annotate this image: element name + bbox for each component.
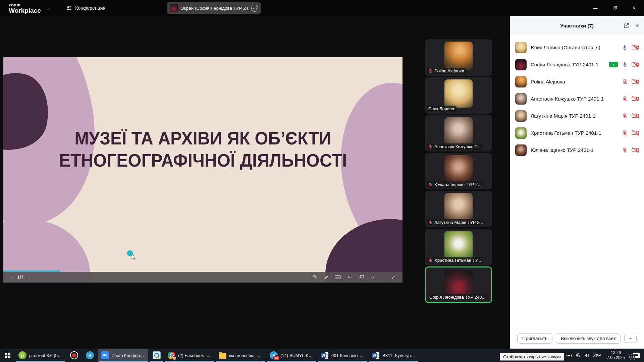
tab-conference[interactable]: Конференция — [66, 5, 105, 11]
zoom-workplace-logo: zoom Workplace — [9, 3, 41, 14]
captions-icon[interactable] — [335, 275, 341, 280]
participant-name: Юліана Іщенко ТУР 2401-1 — [531, 147, 622, 153]
people-icon — [66, 5, 72, 11]
participants-panel-footer: Пригласить Выключить звук для всех ⋯ — [510, 328, 644, 349]
more-options-icon[interactable] — [371, 275, 376, 280]
collapse-toolbar-icon[interactable] — [391, 275, 396, 280]
tab-screen-share[interactable]: Экран (Софія Леонідова ТУР 24 ⋯ — [167, 2, 261, 14]
taskbar-app-telegram[interactable] — [82, 349, 97, 362]
participant-name: Єпик Лариса (Организатор, я) — [531, 45, 622, 50]
restore-icon — [613, 6, 617, 10]
taskbar-app-utorrent[interactable]: µ µTorrent 3.6 (buil... — [15, 349, 66, 362]
popout-panel-icon[interactable] — [623, 22, 630, 29]
magnifier-icon — [153, 351, 161, 359]
participants-list: Єпик Лариса (Организатор, я) Софія Леоні… — [510, 35, 644, 328]
mic-muted-icon[interactable] — [622, 147, 628, 153]
next-slide-button[interactable]: › — [29, 275, 31, 280]
chevron-down-icon[interactable]: ⌄ — [47, 5, 51, 11]
video-tile-anastasia[interactable]: Анастасія Кожушко Т... — [425, 115, 492, 152]
mic-muted-icon[interactable] — [622, 78, 628, 85]
avatar — [515, 110, 527, 122]
screen-share-thumbnail — [170, 4, 178, 12]
video-tile-khrystyna[interactable]: Христина Гетьман ТУ... — [425, 229, 492, 265]
taskbar-app-zoom[interactable]: Zoom Конферен... — [98, 349, 148, 362]
participant-row[interactable]: Єпик Лариса (Организатор, я) — [510, 39, 644, 56]
participants-panel-header: Участники (7) ✕ — [510, 16, 644, 35]
muted-mic-icon — [428, 258, 433, 262]
taskbar-clock[interactable]: 12:26 7.05.2025 — [605, 350, 627, 360]
restore-button[interactable] — [605, 0, 625, 16]
camera-off-icon[interactable] — [632, 96, 639, 102]
taskbar-app-word-001[interactable]: W 001 Конспект лек... — [318, 349, 368, 362]
participant-row[interactable]: Юліана Іщенко ТУР 2401-1 — [510, 141, 644, 159]
video-tile-yuliana[interactable]: Юліана Іщенко ТУР 2... — [425, 153, 492, 189]
close-panel-icon[interactable]: ✕ — [635, 22, 639, 29]
video-tile-polina[interactable]: Polina Alejnova — [425, 39, 492, 76]
language-indicator[interactable]: УКР — [593, 353, 601, 358]
volume-icon[interactable] — [584, 353, 589, 358]
video-tile-larysa[interactable]: Єпик Лариса — [425, 77, 492, 114]
prev-slide-button[interactable]: ‹ — [11, 275, 12, 280]
mic-muted-icon[interactable] — [622, 130, 628, 136]
camera-off-icon[interactable] — [632, 78, 639, 85]
chrome-profile-avatar — [172, 356, 176, 360]
draw-pen-icon[interactable] — [323, 275, 329, 280]
participant-row[interactable]: Анастасія Кожушко ТУР 2401-1 — [510, 90, 644, 107]
logo-workplace-text: Workplace — [9, 7, 41, 14]
tab-more-icon[interactable]: ⋯ — [251, 5, 258, 12]
video-tile-sofia-active[interactable]: Софія Леонідова ТУР 240... — [425, 266, 492, 303]
taskbar-app-folder[interactable]: кмт конспект лек... — [216, 349, 266, 362]
camera-off-icon[interactable] — [632, 61, 639, 68]
muted-mic-icon — [428, 144, 433, 149]
participant-row[interactable]: Софія Леонідова ТУР 2401-1 ↑ — [510, 56, 644, 73]
tile-name: Polina Alejnova — [434, 68, 464, 73]
windows-logo-icon — [5, 353, 10, 358]
system-tray: ⌃ УКР 12:26 7.05.2025 41 — [551, 349, 644, 362]
tray-tooltip: Отображать скрытые значки — [500, 353, 564, 361]
taskbar-app-chrome-facebook[interactable]: (2) Facebook - Go... — [165, 349, 215, 362]
word-icon: W — [321, 351, 329, 359]
mic-muted-icon[interactable] — [622, 113, 628, 119]
tray-date: 7.05.2025 — [605, 355, 627, 360]
camera-off-icon[interactable] — [632, 130, 639, 136]
invite-button[interactable]: Пригласить — [517, 334, 552, 344]
slides-pages-icon[interactable] — [359, 275, 365, 280]
start-button[interactable] — [0, 349, 15, 362]
mute-all-button[interactable]: Выключить звук для всех — [556, 334, 621, 344]
slide-title-line2: ЕТНОГЕОГРАФІЧНОЇ ДІЯЛЬНОСТІ — [13, 149, 393, 171]
close-button[interactable]: ✕ — [625, 0, 644, 16]
slide-page-indicator: 1/7 — [17, 275, 24, 280]
network-icon[interactable] — [576, 353, 581, 358]
participant-name: Polina Alejnova — [531, 79, 622, 84]
participant-row[interactable]: Христина Гетьман ТУР 2401-1 — [510, 124, 644, 141]
action-center-button[interactable]: 41 — [631, 351, 642, 360]
participant-row[interactable]: Лагуткіна Марія ТУР 2401-1 — [510, 107, 644, 124]
video-tile-maria[interactable]: Лагуткіна Марія ТУР 2... — [425, 191, 492, 227]
participant-name: Христина Гетьман ТУР 2401-1 — [531, 130, 622, 136]
camera-off-icon[interactable] — [632, 147, 639, 153]
taskbar-app-telegram-sumylike[interactable]: 92 (14) SUMYLIKE TG... — [267, 349, 317, 362]
mic-on-icon[interactable] — [622, 61, 628, 68]
avatar — [515, 144, 527, 156]
video-tiles-strip: Polina Alejnova Єпик Лариса Анастасія Ко… — [425, 39, 492, 303]
telegram-icon: 92 — [270, 351, 278, 359]
mic-on-icon[interactable] — [622, 44, 628, 51]
taskbar-app-word-vk11[interactable]: W ВК11.-Культура-... — [369, 349, 419, 362]
avatar — [515, 127, 527, 139]
word-icon: W — [372, 351, 380, 359]
chrome-icon — [168, 352, 175, 359]
participant-video-thumbnail — [444, 155, 473, 183]
camera-off-icon[interactable] — [632, 113, 639, 119]
broadcast-icon[interactable] — [347, 275, 353, 280]
participant-row[interactable]: Polina Alejnova — [510, 73, 644, 90]
more-actions-button[interactable]: ⋯ — [624, 334, 637, 343]
mic-muted-icon[interactable] — [622, 96, 628, 102]
zoom-in-icon[interactable] — [312, 275, 317, 280]
camera-off-icon[interactable] — [632, 44, 639, 51]
battery-icon[interactable] — [567, 354, 572, 357]
tray-time: 12:26 — [605, 350, 627, 355]
taskbar-app-recorder[interactable] — [66, 349, 82, 362]
avatar — [515, 59, 527, 70]
taskbar-app-search-tool[interactable] — [149, 349, 164, 362]
minimize-button[interactable]: — — [586, 0, 605, 16]
